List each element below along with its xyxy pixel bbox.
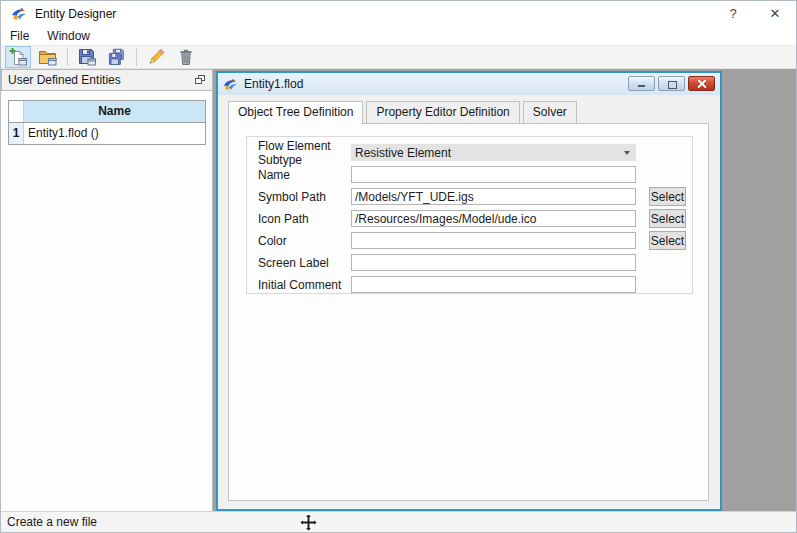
form-group-box: Flow Element Subtype Resistive Element N… <box>246 136 693 294</box>
chevron-down-icon <box>624 151 630 155</box>
field-label: Initial Comment <box>258 278 351 292</box>
field-label: Screen Label <box>258 256 351 270</box>
tab-bar: Object Tree Definition Property Editor D… <box>228 101 580 124</box>
main-area: User Defined Entities Name 1 <box>1 69 796 513</box>
field-label: Color <box>258 234 351 248</box>
pencil-icon <box>146 47 166 67</box>
symbol-path-input[interactable] <box>351 188 636 205</box>
icon-path-select-button[interactable]: Select <box>649 209 686 228</box>
help-button[interactable]: ? <box>712 1 754 27</box>
menu-window[interactable]: Window <box>38 29 99 43</box>
app-logo-icon <box>11 6 27 22</box>
save-icon <box>77 47 97 67</box>
screen-label-input[interactable] <box>351 254 636 271</box>
form-row: Screen Label <box>258 254 692 271</box>
symbol-path-select-button[interactable]: Select <box>649 187 686 206</box>
color-select-button[interactable]: Select <box>649 231 686 250</box>
toolbar <box>1 45 796 69</box>
entities-list: Name 1 Entity1.flod () <box>1 91 212 513</box>
float-panel-icon[interactable] <box>193 74 207 88</box>
close-button[interactable]: ✕ <box>754 1 796 27</box>
panel-title: User Defined Entities <box>2 73 121 87</box>
field-label: Symbol Path <box>258 190 351 204</box>
save-button[interactable] <box>74 46 100 68</box>
child-window-title: Entity1.flod <box>244 77 303 91</box>
name-input[interactable] <box>351 166 636 183</box>
new-file-button[interactable] <box>5 46 31 68</box>
tab-object-tree-definition[interactable]: Object Tree Definition <box>228 101 363 124</box>
status-text: Create a new file <box>1 515 97 529</box>
tab-property-editor-definition[interactable]: Property Editor Definition <box>366 101 519 123</box>
new-file-icon <box>8 47 28 67</box>
title-bar[interactable]: Entity Designer ? ✕ <box>1 1 796 27</box>
open-file-button[interactable] <box>35 46 61 68</box>
form-row: Flow Element Subtype Resistive Element <box>258 144 692 161</box>
entity1-child-window: Entity1.flod Object Tree Definition Prop… <box>216 71 722 511</box>
mdi-area: Entity1.flod Object Tree Definition Prop… <box>213 69 796 513</box>
panel-header: User Defined Entities <box>1 69 212 91</box>
status-bar: Create a new file <box>1 511 796 532</box>
table-row[interactable]: 1 Entity1.flod () <box>9 123 205 144</box>
column-header-name[interactable]: Name <box>24 101 205 122</box>
move-cursor-icon <box>299 513 318 532</box>
maximize-icon[interactable] <box>658 76 685 91</box>
minimize-icon[interactable] <box>628 76 655 91</box>
child-title-bar[interactable]: Entity1.flod <box>218 73 720 95</box>
tab-solver[interactable]: Solver <box>523 101 577 123</box>
object-tree-definition-page: Flow Element Subtype Resistive Element N… <box>228 123 709 501</box>
window-title: Entity Designer <box>35 7 116 21</box>
row-number: 1 <box>9 123 24 144</box>
icon-path-input[interactable] <box>351 210 636 227</box>
menu-file[interactable]: File <box>1 29 38 43</box>
user-defined-entities-panel: User Defined Entities Name 1 <box>1 69 213 513</box>
color-input[interactable] <box>351 232 636 249</box>
field-label: Name <box>258 168 351 182</box>
toolbar-separator <box>136 48 137 66</box>
menu-bar: File Window <box>1 27 796 45</box>
flow-element-subtype-select[interactable]: Resistive Element <box>351 144 636 161</box>
trash-icon <box>176 47 196 67</box>
form-row: Icon Path Select <box>258 210 692 227</box>
child-content: Object Tree Definition Property Editor D… <box>218 95 720 509</box>
form-row: Initial Comment <box>258 276 692 293</box>
form-row: Symbol Path Select <box>258 188 692 205</box>
table-corner-cell <box>9 101 24 122</box>
field-label: Icon Path <box>258 212 351 226</box>
edit-button[interactable] <box>143 46 169 68</box>
toolbar-separator <box>67 48 68 66</box>
combo-value: Resistive Element <box>355 146 624 160</box>
table-header-row: Name <box>9 101 205 123</box>
entities-table: Name 1 Entity1.flod () <box>8 100 206 145</box>
form-row: Name <box>258 166 692 183</box>
app-logo-icon <box>223 77 238 92</box>
save-all-icon <box>107 47 127 67</box>
form-row: Color Select <box>258 232 692 249</box>
entity-designer-window: Entity Designer ? ✕ File Window <box>0 0 797 533</box>
row-entity-name: Entity1.flod () <box>24 123 205 144</box>
close-icon[interactable] <box>688 76 715 91</box>
open-folder-icon <box>38 47 58 67</box>
initial-comment-input[interactable] <box>351 276 636 293</box>
field-label: Flow Element Subtype <box>258 139 351 167</box>
delete-button[interactable] <box>173 46 199 68</box>
save-all-button[interactable] <box>104 46 130 68</box>
